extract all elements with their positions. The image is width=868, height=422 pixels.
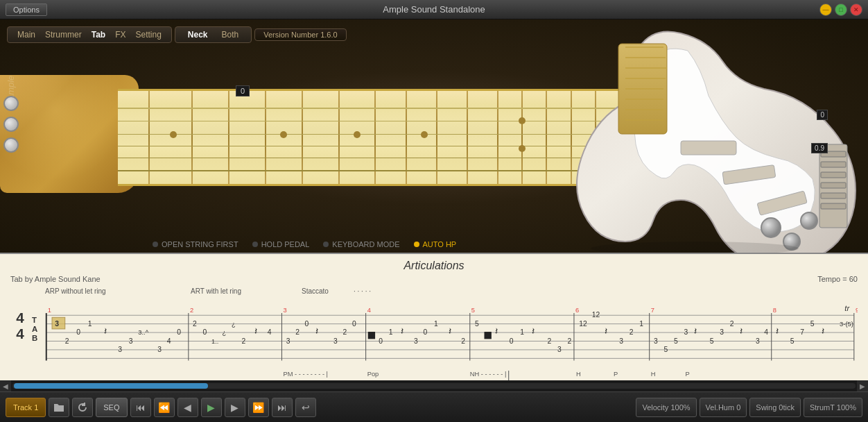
svg-text:𝄽: 𝄽 bbox=[740, 328, 743, 335]
skip-back-button[interactable]: ⏮ bbox=[130, 398, 151, 417]
mode-label-keyboard: KEYBOARD MODE bbox=[332, 240, 399, 248]
svg-text:7: 7 bbox=[800, 328, 804, 336]
svg-text:12: 12 bbox=[592, 311, 600, 319]
scroll-right-arrow[interactable]: ▶ bbox=[857, 380, 868, 391]
minimize-button[interactable]: — bbox=[819, 3, 832, 16]
forward-button[interactable]: ▶ bbox=[225, 398, 245, 417]
mode-dot-keyboard bbox=[323, 242, 329, 247]
swing-display[interactable]: Swing 0tick bbox=[749, 398, 801, 417]
maximize-button[interactable]: □ bbox=[835, 3, 847, 16]
tab-title: Articulations bbox=[10, 260, 858, 272]
svg-text:4: 4 bbox=[16, 310, 24, 326]
mode-keyboard[interactable]: KEYBOARD MODE bbox=[323, 240, 399, 248]
view-both[interactable]: Both bbox=[218, 28, 243, 41]
fast-forward-button[interactable]: ⏩ bbox=[248, 398, 269, 417]
svg-text:8: 8 bbox=[773, 307, 776, 314]
svg-text:tr: tr bbox=[844, 304, 850, 312]
svg-text:6: 6 bbox=[575, 307, 579, 314]
svg-text:P: P bbox=[685, 371, 689, 378]
label-staccato: Staccato bbox=[302, 287, 329, 295]
tab-by: Tab by Ample Sound Kane bbox=[10, 275, 101, 283]
svg-text:2: 2 bbox=[730, 320, 734, 328]
svg-text:A: A bbox=[32, 325, 37, 333]
scrollbar-track[interactable] bbox=[12, 383, 856, 389]
notation-svg: 4 4 T A B 1 2 3 bbox=[10, 303, 858, 391]
svg-text:5: 5 bbox=[810, 320, 815, 328]
scroll-left-arrow[interactable]: ◀ bbox=[0, 380, 11, 391]
svg-rect-79 bbox=[368, 332, 375, 339]
scrollbar-thumb[interactable] bbox=[14, 383, 208, 389]
svg-text:3: 3 bbox=[118, 346, 122, 353]
svg-text:3: 3 bbox=[286, 337, 290, 345]
tuning-peg-1[interactable] bbox=[3, 96, 19, 111]
tuning-peg-3[interactable] bbox=[3, 137, 19, 153]
scrollbar[interactable]: ◀ ▶ bbox=[0, 380, 868, 391]
svg-text:3: 3 bbox=[720, 328, 724, 336]
prev-button[interactable]: ⏪ bbox=[154, 398, 175, 417]
svg-text:B: B bbox=[32, 335, 37, 343]
nav-tab[interactable]: Tab bbox=[87, 28, 110, 41]
nav-strummer[interactable]: Strummer bbox=[41, 28, 86, 41]
svg-text:T: T bbox=[32, 316, 37, 324]
svg-text:9: 9 bbox=[856, 307, 858, 314]
svg-text:12: 12 bbox=[579, 320, 587, 328]
options-button[interactable]: Options bbox=[6, 3, 47, 16]
svg-text:3: 3 bbox=[684, 328, 688, 336]
svg-text:1: 1 bbox=[639, 320, 643, 328]
svg-text:𝄽: 𝄽 bbox=[776, 328, 779, 335]
svg-point-3 bbox=[761, 218, 781, 237]
window-controls: — □ ✕ bbox=[819, 3, 862, 16]
svg-text:4: 4 bbox=[268, 328, 272, 336]
svg-text:0: 0 bbox=[510, 337, 514, 345]
fret-dot-9 bbox=[421, 131, 428, 138]
track-button[interactable]: Track 1 bbox=[6, 398, 46, 417]
svg-text:1: 1 bbox=[88, 320, 92, 328]
svg-text:5: 5 bbox=[663, 346, 668, 353]
titlebar: Options Ample Sound Standalone — □ ✕ bbox=[0, 0, 868, 19]
fret-dot-7 bbox=[354, 131, 361, 138]
svg-rect-0 bbox=[681, 141, 736, 155]
svg-text:4: 4 bbox=[167, 337, 171, 345]
rewind-button[interactable]: ◀ bbox=[177, 398, 198, 417]
loop-button[interactable]: ↩ bbox=[295, 398, 316, 417]
strum-display[interactable]: StrumT 100% bbox=[804, 398, 862, 417]
open-folder-button[interactable] bbox=[49, 398, 69, 417]
label-pm-dots: · · · · · bbox=[354, 287, 371, 295]
tuning-peg-2[interactable] bbox=[3, 117, 19, 132]
svg-text:3: 3 bbox=[557, 346, 562, 353]
nav-fx[interactable]: FX bbox=[111, 28, 130, 41]
view-neck[interactable]: Neck bbox=[184, 28, 212, 41]
tab-labels: ARP without let ring ART with let ring S… bbox=[10, 287, 858, 301]
play-button[interactable]: ▶ bbox=[201, 398, 222, 417]
svg-text:2: 2 bbox=[630, 328, 634, 336]
seq-button[interactable]: SEQ bbox=[96, 398, 127, 417]
svg-text:2: 2 bbox=[193, 320, 197, 328]
svg-text:𝄽: 𝄽 bbox=[449, 328, 451, 335]
svg-text:2: 2 bbox=[342, 328, 347, 336]
nav-setting[interactable]: Setting bbox=[131, 28, 165, 41]
svg-text:1: 1 bbox=[48, 307, 51, 314]
refresh-button[interactable] bbox=[72, 398, 93, 417]
mode-open-string[interactable]: OPEN STRING FIRST bbox=[153, 240, 238, 248]
svg-text:𝄽: 𝄽 bbox=[822, 328, 824, 335]
window-title: Ample Sound Standalone bbox=[383, 4, 485, 15]
velocity-display[interactable]: Velocity 100% bbox=[636, 398, 696, 417]
svg-text:1..: 1.. bbox=[211, 338, 218, 345]
svg-text:𝄽: 𝄽 bbox=[254, 328, 257, 335]
close-button[interactable]: ✕ bbox=[850, 3, 862, 16]
svg-text:𝄽: 𝄽 bbox=[495, 328, 498, 335]
svg-text:PM - - - - - - - - |: PM - - - - - - - - | bbox=[284, 371, 328, 378]
svg-text:3: 3 bbox=[333, 337, 338, 345]
view-section: Neck Both bbox=[175, 26, 252, 43]
nav-main[interactable]: Main bbox=[13, 28, 40, 41]
svg-text:¿: ¿ bbox=[232, 321, 236, 328]
fret-dot-3 bbox=[170, 131, 177, 138]
mode-hold-pedal[interactable]: HOLD PEDAL bbox=[252, 240, 310, 248]
svg-text:0: 0 bbox=[177, 328, 181, 336]
vel-hum-display[interactable]: Vel.Hum 0 bbox=[700, 398, 747, 417]
skip-forward-button[interactable]: ⏭ bbox=[272, 398, 293, 417]
mode-auto-hp[interactable]: AUTO HP bbox=[414, 240, 457, 248]
svg-text:H: H bbox=[651, 371, 656, 378]
svg-text:𝄽: 𝄽 bbox=[694, 328, 697, 335]
svg-text:2: 2 bbox=[190, 307, 193, 314]
